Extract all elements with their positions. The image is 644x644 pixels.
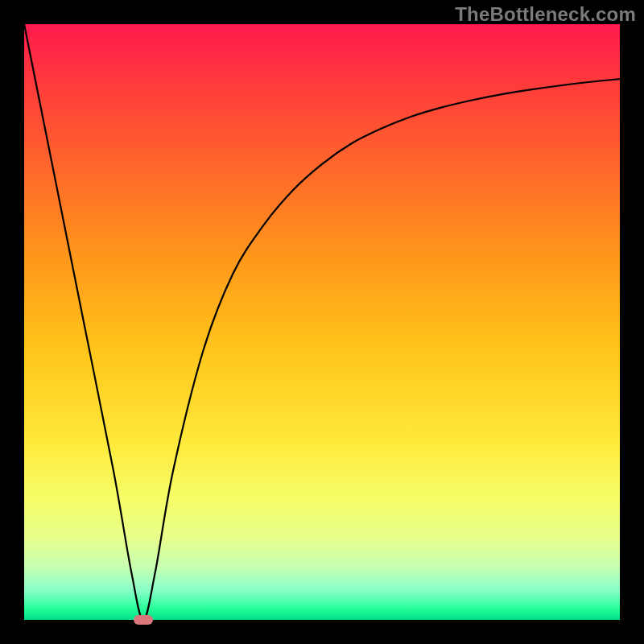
minimum-marker	[134, 615, 153, 625]
bottleneck-curve	[24, 24, 620, 620]
plot-area	[24, 24, 620, 620]
chart-frame: TheBottleneck.com	[0, 0, 644, 644]
curve-svg	[24, 24, 620, 620]
watermark-text: TheBottleneck.com	[455, 3, 636, 26]
